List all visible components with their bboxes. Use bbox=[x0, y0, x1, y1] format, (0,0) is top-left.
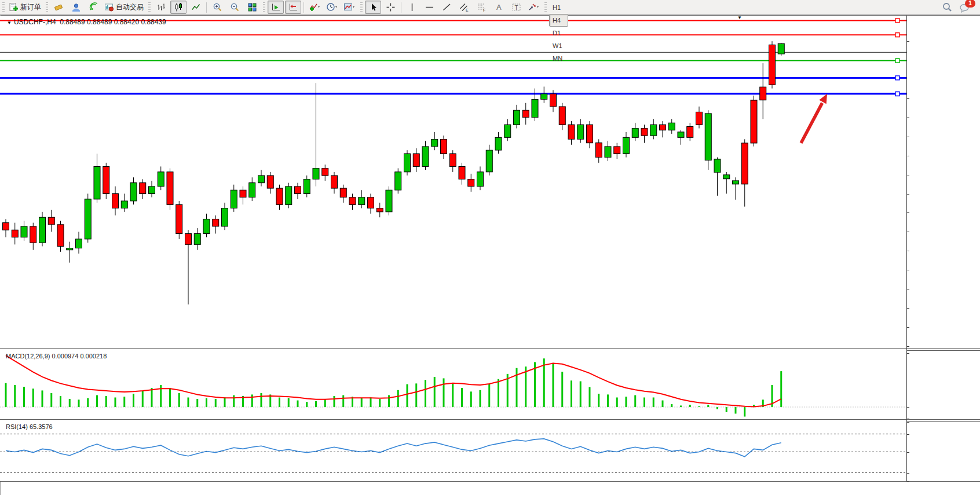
macd-label: MACD(12,26,9) 0.000974 0.000218 bbox=[6, 353, 107, 360]
horizontal-line-button[interactable] bbox=[421, 1, 437, 14]
equidistant-channel-icon: E bbox=[459, 2, 469, 12]
trendline-button[interactable] bbox=[438, 1, 455, 14]
timeframe-W1[interactable]: W1 bbox=[549, 39, 568, 52]
trendline-icon bbox=[442, 2, 452, 12]
vertical-line-button[interactable] bbox=[404, 1, 420, 14]
search-icon bbox=[942, 2, 953, 13]
price-axis[interactable]: 0.885000.881850.880800.879750.878700.877… bbox=[907, 0, 980, 495]
text-button[interactable]: A bbox=[491, 1, 507, 14]
add-indicator-button[interactable] bbox=[306, 1, 323, 14]
fibonacci-icon: F bbox=[477, 2, 487, 12]
fibonacci-button[interactable]: F bbox=[473, 1, 489, 14]
bar-chart-button[interactable] bbox=[153, 1, 169, 14]
arrows-button[interactable] bbox=[525, 1, 542, 14]
crosshair-icon bbox=[386, 2, 396, 12]
rsi-label: RSI(14) 65.3576 bbox=[6, 423, 53, 430]
scroll-marker-icon: ▼ bbox=[737, 15, 742, 20]
periods-button[interactable] bbox=[324, 1, 340, 14]
line-chart-button[interactable] bbox=[188, 1, 204, 14]
templates-icon bbox=[343, 2, 356, 12]
notifications-button[interactable]: 1 bbox=[956, 1, 975, 14]
timeframe-D1[interactable]: D1 bbox=[549, 27, 568, 39]
zoom-in-icon bbox=[213, 2, 222, 12]
main-chart-panel[interactable] bbox=[0, 16, 907, 348]
mt4-window: 新订单 自动交易 bbox=[0, 0, 980, 495]
timeframe-H1[interactable]: H1 bbox=[549, 1, 568, 14]
timeframe-MN[interactable]: MN bbox=[549, 52, 568, 65]
new-order-button[interactable]: 新订单 bbox=[7, 1, 43, 14]
horizontal-line-icon bbox=[425, 2, 434, 12]
time-axis[interactable]: 6 Aug 20237 Aug 12:008 Aug 04:008 Aug 20… bbox=[0, 482, 980, 495]
svg-text:T: T bbox=[514, 5, 518, 11]
tile-windows-button[interactable] bbox=[244, 1, 260, 14]
timeframe-toolbar: M1M5M15M30H1H4D1W1MN bbox=[548, 0, 569, 65]
vertical-line-icon bbox=[407, 2, 417, 12]
signals-icon bbox=[89, 2, 98, 12]
auto-scroll-button[interactable] bbox=[268, 1, 284, 14]
svg-text:F: F bbox=[483, 8, 485, 12]
cursor-icon bbox=[368, 2, 378, 12]
zoom-out-icon bbox=[230, 2, 240, 12]
zoom-out-button[interactable] bbox=[226, 1, 243, 14]
signals-button[interactable] bbox=[85, 1, 101, 14]
line-chart-icon bbox=[191, 2, 201, 12]
timeframe-H4[interactable]: H4 bbox=[549, 14, 568, 27]
rsi-panel[interactable] bbox=[0, 421, 907, 481]
candlestick-chart-icon bbox=[174, 2, 184, 12]
text-label-button[interactable]: T bbox=[508, 1, 524, 14]
chart-title: ▼USDCHF-,H4 0.88489 0.88489 0.88420 0.88… bbox=[7, 18, 166, 26]
periods-icon bbox=[326, 2, 338, 12]
search-button[interactable] bbox=[939, 1, 955, 14]
chart-shift-icon bbox=[288, 2, 298, 12]
new-order-icon bbox=[9, 2, 19, 12]
toolbar: 新订单 自动交易 bbox=[0, 0, 980, 15]
auto-trading-label: 自动交易 bbox=[116, 2, 144, 12]
candlestick-chart-button[interactable] bbox=[170, 1, 187, 14]
svg-text:E: E bbox=[466, 8, 469, 12]
bar-chart-icon bbox=[156, 2, 166, 12]
svg-text:A: A bbox=[496, 3, 502, 12]
market-watch-icon bbox=[54, 2, 64, 12]
new-order-label: 新订单 bbox=[20, 2, 41, 12]
macd-panel[interactable] bbox=[0, 350, 907, 419]
symbol-dropdown-icon[interactable]: ▼ bbox=[7, 20, 12, 25]
profiles-button[interactable] bbox=[68, 1, 84, 14]
crosshair-button[interactable] bbox=[382, 1, 398, 14]
notification-badge: 1 bbox=[965, 0, 975, 8]
ohlc-values: 0.88489 0.88489 0.88420 0.88439 bbox=[60, 18, 166, 26]
text-icon: A bbox=[494, 2, 504, 12]
symbol-name: USDCHF-,H4 bbox=[14, 18, 56, 26]
profiles-icon bbox=[71, 2, 81, 12]
chart-shift-button[interactable] bbox=[285, 1, 301, 14]
templates-button[interactable] bbox=[341, 1, 357, 14]
auto-scroll-icon bbox=[271, 2, 281, 12]
text-label-icon: T bbox=[511, 2, 521, 12]
market-watch-button[interactable] bbox=[50, 1, 67, 14]
auto-trading-icon bbox=[104, 2, 114, 12]
tile-windows-icon bbox=[247, 2, 257, 12]
cursor-button[interactable] bbox=[365, 1, 381, 14]
toolbar-grip bbox=[2, 2, 5, 13]
zoom-in-button[interactable] bbox=[209, 1, 225, 14]
arrows-icon bbox=[528, 2, 540, 12]
auto-trading-button[interactable]: 自动交易 bbox=[103, 1, 145, 14]
add-indicator-icon bbox=[309, 2, 321, 12]
equidistant-channel-button[interactable]: E bbox=[456, 1, 472, 14]
